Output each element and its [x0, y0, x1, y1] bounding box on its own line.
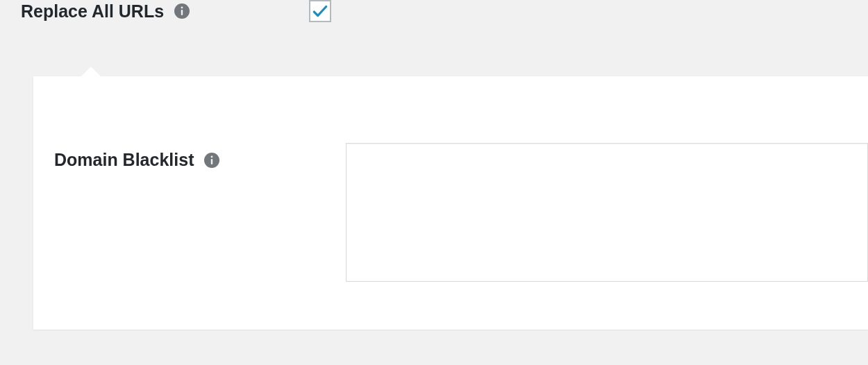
panel-pointer-icon [81, 67, 101, 77]
domain-blacklist-row: Domain Blacklist [33, 76, 868, 285]
replace-all-urls-row: Replace All URLs [0, 0, 868, 22]
svg-rect-4 [211, 155, 213, 158]
replace-all-urls-label: Replace All URLs [21, 1, 164, 22]
svg-rect-5 [211, 159, 212, 164]
domain-blacklist-field [346, 143, 868, 285]
domain-blacklist-label-group: Domain Blacklist [54, 143, 346, 170]
info-icon[interactable] [203, 152, 220, 169]
replace-all-urls-checkbox[interactable] [309, 0, 331, 22]
svg-rect-2 [181, 10, 183, 15]
domain-blacklist-textarea[interactable] [346, 143, 868, 282]
replace-all-urls-label-group: Replace All URLs [21, 1, 309, 22]
settings-panel: Domain Blacklist [33, 76, 868, 330]
svg-rect-1 [181, 7, 183, 9]
domain-blacklist-label: Domain Blacklist [54, 150, 194, 170]
info-icon[interactable] [174, 3, 190, 19]
